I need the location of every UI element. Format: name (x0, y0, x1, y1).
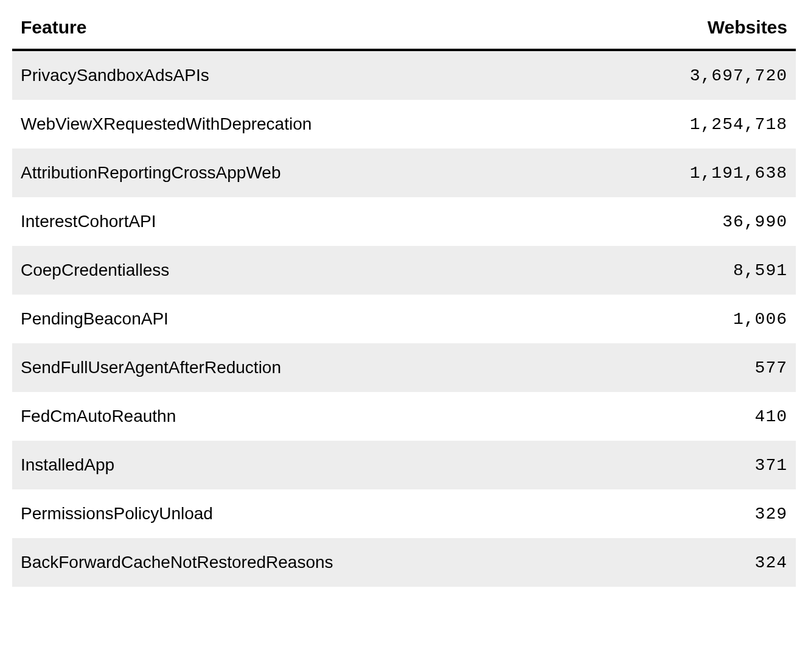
table-row: BackForwardCacheNotRestoredReasons 324 (12, 538, 796, 587)
table-row: SendFullUserAgentAfterReduction 577 (12, 343, 796, 392)
websites-cell: 1,006 (576, 295, 796, 343)
table-row: InterestCohortAPI 36,990 (12, 197, 796, 246)
feature-cell: SendFullUserAgentAfterReduction (12, 343, 576, 392)
feature-cell: PrivacySandboxAdsAPIs (12, 50, 576, 100)
feature-cell: BackForwardCacheNotRestoredReasons (12, 538, 576, 587)
table-row: PermissionsPolicyUnload 329 (12, 489, 796, 538)
feature-cell: FedCmAutoReauthn (12, 392, 576, 441)
websites-cell: 1,254,718 (576, 100, 796, 149)
websites-cell: 3,697,720 (576, 50, 796, 100)
table-row: CoepCredentialless 8,591 (12, 246, 796, 295)
feature-cell: PendingBeaconAPI (12, 295, 576, 343)
table-row: AttributionReportingCrossAppWeb 1,191,63… (12, 149, 796, 197)
feature-cell: InstalledApp (12, 441, 576, 489)
table-row: PendingBeaconAPI 1,006 (12, 295, 796, 343)
websites-cell: 1,191,638 (576, 149, 796, 197)
table-body: PrivacySandboxAdsAPIs 3,697,720 WebViewX… (12, 50, 796, 587)
column-header-websites: Websites (576, 11, 796, 50)
websites-cell: 410 (576, 392, 796, 441)
table-row: WebViewXRequestedWithDeprecation 1,254,7… (12, 100, 796, 149)
websites-cell: 324 (576, 538, 796, 587)
table-wrapper: Feature Websites PrivacySandboxAdsAPIs 3… (0, 0, 808, 599)
feature-cell: AttributionReportingCrossAppWeb (12, 149, 576, 197)
features-table: Feature Websites PrivacySandboxAdsAPIs 3… (12, 11, 796, 587)
websites-cell: 8,591 (576, 246, 796, 295)
websites-cell: 36,990 (576, 197, 796, 246)
websites-cell: 577 (576, 343, 796, 392)
table-header-row: Feature Websites (12, 11, 796, 50)
feature-cell: WebViewXRequestedWithDeprecation (12, 100, 576, 149)
feature-cell: PermissionsPolicyUnload (12, 489, 576, 538)
column-header-feature: Feature (12, 11, 576, 50)
feature-cell: InterestCohortAPI (12, 197, 576, 246)
websites-cell: 329 (576, 489, 796, 538)
feature-cell: CoepCredentialless (12, 246, 576, 295)
table-row: FedCmAutoReauthn 410 (12, 392, 796, 441)
websites-cell: 371 (576, 441, 796, 489)
table-row: InstalledApp 371 (12, 441, 796, 489)
table-row: PrivacySandboxAdsAPIs 3,697,720 (12, 50, 796, 100)
